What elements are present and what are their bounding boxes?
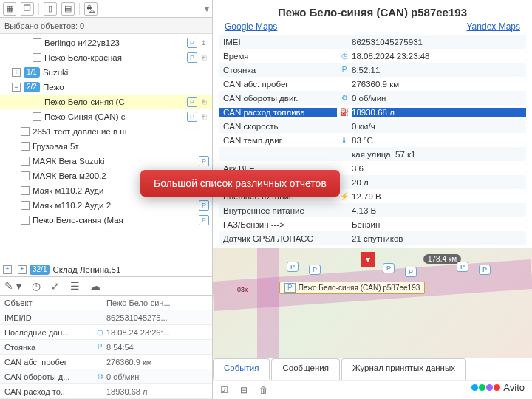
selection-bar: Выбрано объектов: 0 [0,18,212,34]
dt-value: 4.13 В [352,206,526,215]
tree-row[interactable]: Berlingo н422ув123P↥ [0,35,212,50]
tree-row[interactable]: Пежо Бело-синяя (CP⎘ [0,95,212,109]
map[interactable]: ▾ 178.4 км P P P P P P PПежо Бело-синяя … [213,248,532,358]
checkbox[interactable] [21,186,30,195]
checkbox[interactable] [21,157,30,166]
dt-icon: ⚙ [337,94,352,102]
dt-value: кая улица, 57 к1 [352,150,526,159]
dt-label: Время [219,52,337,61]
dt-icon: P [337,66,352,74]
checkbox-icon[interactable]: ☑ [220,385,228,395]
distance-badge: 178.4 км [423,254,461,264]
checkbox[interactable] [21,201,30,210]
kv-label: IMEI/ID [4,313,93,322]
yandex-maps-link[interactable]: Yandex Maps [467,21,521,32]
detail-row: CAN расход топлива⛽18930.68 л [219,105,526,119]
tree-row[interactable]: МАЯК Вега SuzukiP [0,154,212,168]
summary-row: CAN расход то...18930.68 л [0,384,212,399]
parking-marker-3[interactable]: P [383,263,395,273]
avito-watermark: Avito [471,382,525,393]
copy-icon[interactable]: ❐ [21,2,34,16]
count-badge: 32/1 [30,265,50,275]
car-icon[interactable]: ⛍ [84,2,98,16]
chart-icon[interactable]: ⤢ [51,280,60,292]
dt-label: Датчик GPS/ГЛОНАСС [219,234,337,243]
layers-icon[interactable]: ▦ [3,2,16,16]
detail-row: CAN скорость0 км/ч [219,119,526,133]
parking-marker-1[interactable]: P [287,262,299,272]
checkbox[interactable] [33,98,41,106]
parking-marker-2[interactable]: P [309,265,321,275]
tree-row[interactable]: Пежо Бело-краснаяP⎘ [0,50,212,65]
dt-label: CAN скорость [219,122,337,131]
tree-row[interactable]: +1/1Suzuki [0,65,212,80]
dt-value: 862531045275931 [352,38,526,47]
parking-marker-4[interactable]: P [405,267,417,277]
summary-row: СтоянкаP8:54:54 [0,340,212,355]
detail-row: Время◷18.08.2024 23:23:48 [219,49,526,63]
tree-row[interactable]: Пежо Бело-синяя (МаяP [0,213,212,228]
tree-row[interactable]: Маяк м110.2 Ауди 2P [0,198,212,213]
link-icon: ⎘ [199,97,209,107]
dt-label: CAN расход топлива [219,108,337,117]
chevron-down-icon[interactable]: ▾ [205,4,209,14]
left-toolbar: ▦ ❐ ▯ ▤ ⛍ ▾ [0,0,212,18]
tab-2[interactable]: Журнал принятых данных [341,358,466,380]
expand-icon-2[interactable]: + [18,265,27,274]
checkbox[interactable] [21,216,30,225]
trash-icon[interactable]: 🗑 [259,385,268,395]
checkbox[interactable] [33,112,41,121]
parking-icon: P [199,215,209,225]
tree-label: Маяк м110.2 Ауди 2 [33,201,111,210]
kv-value: Пежо Бело-син... [106,299,208,307]
summary-row: CAN обороты д...⚙0 об/мин [0,369,212,384]
checkbox[interactable] [33,53,41,62]
detail-title: Пежо Бело-синяя (CAN) р587ее193 [213,0,532,21]
object-tree[interactable]: Berlingo н422ув123P↥Пежо Бело-краснаяP⎘+… [0,34,212,262]
dt-label: ГАЗ/Бензин ---> [219,220,337,229]
toggle-icon[interactable]: + [12,68,21,77]
tree-row[interactable]: 2651 тест давление в ш [0,124,212,139]
summary-table: ОбъектПежо Бело-син...IMEI/ID86253104527… [0,296,212,399]
tree-label: МАЯК Вега м200.2 [33,171,106,180]
tree-row[interactable]: Пежо Синяя (CAN) сP⎘ [0,109,212,124]
expand-icon[interactable]: + [3,265,12,274]
parking-icon: P [187,97,197,107]
checkbox[interactable] [21,127,30,136]
kv-label: Объект [4,299,93,307]
edit-toolbar: ✎ ▾ ◷ ⤢ ☰ ☁ [0,276,212,296]
kv-value: 18930.68 л [106,387,208,396]
doc-icon[interactable]: ▤ [61,2,75,16]
tree-label: Пежо Бело-красная [44,53,122,62]
tree-label: Маяк м110.2 Ауди [33,186,103,195]
tree-label: Berlingo н422ув123 [44,38,120,47]
google-maps-link[interactable]: Google Maps [225,21,277,32]
detail-row: CAN обороты двиг.⚙0 об/мин [219,91,526,105]
parking-marker-6[interactable]: P [479,265,491,275]
detail-row: Датчик GPS/ГЛОНАСС21 спутников [219,231,526,245]
checkbox[interactable] [21,142,30,151]
clock-icon[interactable]: ◷ [32,280,41,292]
tree-footer-row[interactable]: + + 32/1 Склад Ленина,51 [0,262,212,276]
checkbox[interactable] [21,171,30,180]
link-icon: ⎘ [199,52,209,63]
kv-value: 276360.9 км [106,358,208,366]
cloud-icon[interactable]: ☁ [90,280,100,292]
tree-row[interactable]: Грузовая 5т [0,139,212,154]
archive-icon[interactable]: ⊟ [240,385,248,395]
current-marker-icon[interactable]: ▾ [361,252,375,267]
dt-value: 21 спутников [352,234,526,243]
dt-label: CAN абс. пробег [219,80,337,89]
toggle-icon[interactable]: − [12,83,21,92]
tree-row[interactable]: −2/2Пежо [0,80,212,95]
upload-icon: ↥ [199,38,209,48]
report-icon[interactable]: ☰ [70,280,80,292]
tab-1[interactable]: Сообщения [271,358,339,380]
parking-marker-5[interactable]: P [457,262,468,272]
map-links: Google Maps Yandex Maps [213,21,532,35]
columns-icon[interactable]: ▯ [44,2,57,16]
checkbox[interactable] [33,38,41,47]
pencil-icon[interactable]: ✎ ▾ [4,280,21,292]
tab-0[interactable]: События [213,358,270,380]
dt-icon: ◷ [337,52,352,60]
